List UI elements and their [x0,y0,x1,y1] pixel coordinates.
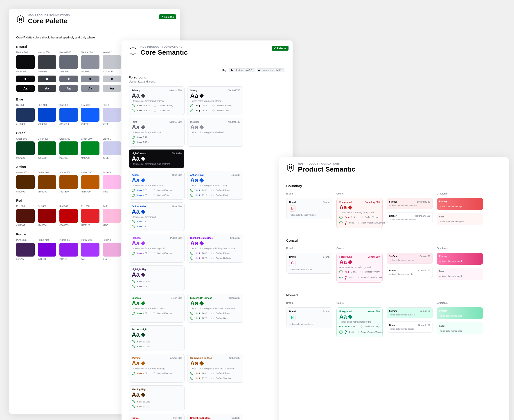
core-palette-artboard: HDS PRODUCT FOUNDATIONS Core Palette ✓Re… [9,9,180,18]
check-icon: ✓ [161,15,163,18]
release-badge: ✓Release [159,14,176,18]
header: HDS PRODUCT FOUNDATIONS Core Palette ✓Re… [9,9,180,18]
eyebrow: HDS PRODUCT FOUNDATIONS [28,14,173,17]
hashicorp-logo-icon [16,15,25,18]
page-title: Core Palette [28,17,173,18]
